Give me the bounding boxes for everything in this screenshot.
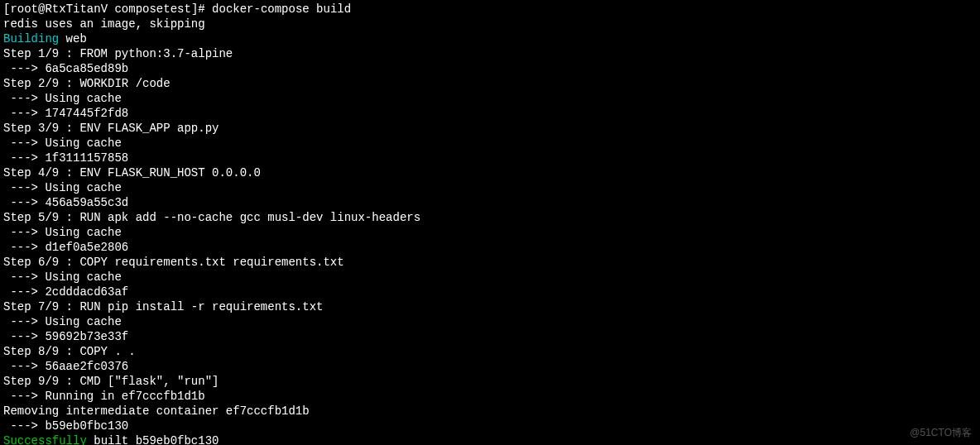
terminal-line: ---> 56aae2fc0376 <box>3 359 977 374</box>
terminal-line: ---> 6a5ca85ed89b <box>3 61 977 76</box>
skip-line: redis uses an image, skipping <box>3 17 205 31</box>
terminal-line: ---> 456a59a55c3d <box>3 195 977 210</box>
step-progress: ---> Using cache <box>3 136 122 150</box>
terminal-output: [root@RtxTitanV composetest]# docker-com… <box>3 2 977 445</box>
terminal-line: ---> Using cache <box>3 225 977 240</box>
terminal-line: Step 6/9 : COPY requirements.txt require… <box>3 255 977 270</box>
success-rest: built b59eb0fbc130 <box>87 434 219 445</box>
terminal-line: Step 3/9 : ENV FLASK_APP app.py <box>3 121 977 136</box>
terminal-line: ---> Using cache <box>3 180 977 195</box>
step-header: Step 3/9 : ENV FLASK_APP app.py <box>3 122 219 135</box>
terminal-line: Successfully built b59eb0fbc130 <box>3 433 977 445</box>
step-header: Step 4/9 : ENV FLASK_RUN_HOST 0.0.0.0 <box>3 166 261 179</box>
step-progress: ---> 6a5ca85ed89b <box>3 62 128 75</box>
terminal-line: [root@RtxTitanV composetest]# docker-com… <box>3 2 977 17</box>
terminal-line: ---> Running in ef7cccfb1d1b <box>3 389 977 404</box>
watermark: @51CTO博客 <box>910 425 972 440</box>
step-progress: ---> d1ef0a5e2806 <box>3 241 128 254</box>
terminal-line: Step 7/9 : RUN pip install -r requiremen… <box>3 299 977 314</box>
terminal-line: ---> Using cache <box>3 314 977 329</box>
step-progress: ---> 2cdddacd63af <box>3 285 128 299</box>
terminal-line: ---> 1747445f2fd8 <box>3 106 977 121</box>
step-progress: ---> 59692b73e33f <box>3 330 128 343</box>
step-progress: ---> Using cache <box>3 181 122 194</box>
terminal-line: ---> Using cache <box>3 270 977 285</box>
terminal-line: Step 8/9 : COPY . . <box>3 344 977 359</box>
step-header: Step 7/9 : RUN pip install -r requiremen… <box>3 300 323 313</box>
terminal-line: Step 1/9 : FROM python:3.7-alpine <box>3 46 977 61</box>
step-header: Step 8/9 : COPY . . <box>3 345 136 358</box>
building-keyword: Building <box>3 32 59 45</box>
terminal-line: Building web <box>3 31 977 46</box>
success-keyword: Successfully <box>3 434 87 445</box>
terminal-line: Step 4/9 : ENV FLASK_RUN_HOST 0.0.0.0 <box>3 165 977 180</box>
terminal-line: Step 9/9 : CMD ["flask", "run"] <box>3 374 977 389</box>
terminal-line: Removing intermediate container ef7cccfb… <box>3 404 977 419</box>
prompt-user: root <box>10 2 38 16</box>
step-header: Step 6/9 : COPY requirements.txt require… <box>3 256 344 269</box>
step-header: Step 2/9 : WORKDIR /code <box>3 77 171 90</box>
terminal-line: Step 2/9 : WORKDIR /code <box>3 76 977 91</box>
terminal-line: ---> b59eb0fbc130 <box>3 419 977 433</box>
step-progress: ---> Using cache <box>3 270 122 284</box>
prompt-close: ]# <box>191 2 212 16</box>
terminal-line: ---> Using cache <box>3 136 977 151</box>
building-target: web <box>59 32 87 45</box>
step-header: Step 5/9 : RUN apk add --no-cache gcc mu… <box>3 211 420 224</box>
terminal-line: ---> 59692b73e33f <box>3 329 977 344</box>
step-header: Step 9/9 : CMD ["flask", "run"] <box>3 375 219 388</box>
step-progress: ---> Running in ef7cccfb1d1b <box>3 390 205 403</box>
step-progress: ---> 56aae2fc0376 <box>3 360 128 373</box>
step-progress: ---> Using cache <box>3 315 122 328</box>
terminal-line: ---> 2cdddacd63af <box>3 285 977 299</box>
step-progress: ---> 1f3111157858 <box>3 151 128 165</box>
prompt-host: RtxTitanV <box>45 2 108 16</box>
step-progress: ---> Using cache <box>3 226 122 239</box>
step-progress: ---> 456a59a55c3d <box>3 196 128 209</box>
terminal-line: redis uses an image, skipping <box>3 17 977 31</box>
final-hash: ---> b59eb0fbc130 <box>3 419 128 433</box>
terminal-line: ---> 1f3111157858 <box>3 151 977 165</box>
terminal-line: ---> d1ef0a5e2806 <box>3 240 977 255</box>
removing-line: Removing intermediate container ef7cccfb… <box>3 404 310 418</box>
step-progress: ---> 1747445f2fd8 <box>3 107 128 120</box>
command: docker-compose build <box>212 2 351 16</box>
step-progress: ---> Using cache <box>3 92 122 105</box>
prompt-cwd: composetest <box>114 2 190 16</box>
step-header: Step 1/9 : FROM python:3.7-alpine <box>3 47 233 60</box>
terminal-line: ---> Using cache <box>3 91 977 106</box>
terminal-line: Step 5/9 : RUN apk add --no-cache gcc mu… <box>3 210 977 225</box>
